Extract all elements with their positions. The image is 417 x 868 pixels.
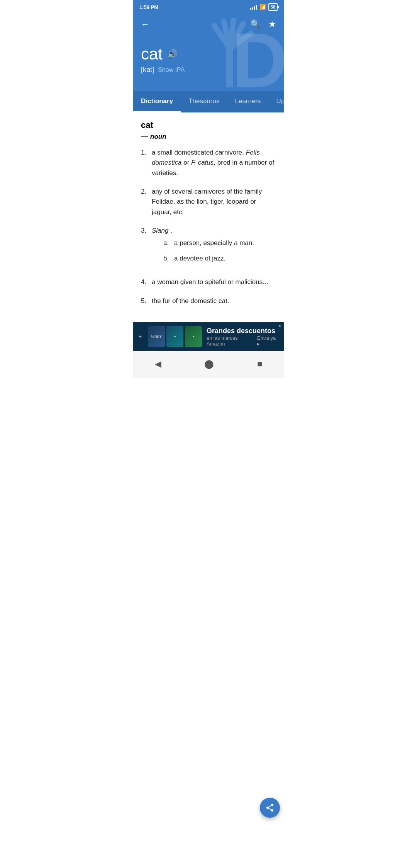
status-bar: 1:59 PM 📶 58 xyxy=(133,0,284,14)
entry-word: cat xyxy=(141,120,276,130)
pos-dash: — xyxy=(141,133,148,141)
definition-2: 2. any of several carnivores of the fami… xyxy=(141,187,276,217)
phonetic: [kat] xyxy=(141,66,154,74)
definition-4: 4. a woman given to spiteful or maliciou… xyxy=(141,277,276,287)
battery-icon: 58 xyxy=(268,3,278,11)
definition-5: 5. the fur of the domestic cat. xyxy=(141,296,276,306)
sub-def-3a: a. a person, especially a man. xyxy=(152,238,276,248)
wifi-icon: 📶 xyxy=(259,4,266,10)
ad-subtitle: en las marcas Amazon xyxy=(207,335,254,347)
ad-product-3: ■ xyxy=(185,326,202,347)
def-number-3: 3. xyxy=(141,226,148,269)
hero-header: D ← 🔍 ★ cat 🔊 [kat] Show IPA xyxy=(133,14,284,91)
definition-1: 1. a small domesticated carnivore, Felis… xyxy=(141,148,276,178)
nav-row: ← 🔍 ★ xyxy=(141,19,276,29)
def-text-5: the fur of the domestic cat. xyxy=(152,296,276,306)
ad-title: Grandes descuentos xyxy=(207,327,278,335)
back-icon[interactable]: ← xyxy=(141,19,149,29)
dictionary-content: cat — noun 1. a small domesticated carni… xyxy=(133,112,284,318)
tab-bar: Dictionary Thesaurus Learners Upgr... xyxy=(133,91,284,112)
ad-banner[interactable]: + WHEY ■ ■ Grandes descuentos en las mar… xyxy=(133,322,284,351)
pos-text: noun xyxy=(150,133,166,141)
status-time: 1:59 PM xyxy=(139,4,158,10)
tab-thesaurus[interactable]: Thesaurus xyxy=(181,91,227,112)
nav-right: 🔍 ★ xyxy=(250,19,276,29)
ad-cta[interactable]: Entra ya ▸ xyxy=(257,335,278,347)
ad-product-1: WHEY xyxy=(148,326,165,347)
def-number-1: 1. xyxy=(141,148,148,178)
def-text-4: a woman given to spiteful or malicious..… xyxy=(152,277,276,287)
home-nav-button[interactable]: ⬤ xyxy=(197,357,222,371)
bottom-nav: ◀ ⬤ ■ xyxy=(133,351,284,378)
ad-info-icon[interactable]: ▶ xyxy=(279,324,281,328)
ad-product-2: ■ xyxy=(166,326,183,347)
sound-icon[interactable]: 🔊 xyxy=(167,49,178,59)
def-number-2: 2. xyxy=(141,187,148,217)
signal-icon xyxy=(250,4,257,10)
definition-3: 3. Slang . a. a person, especially a man… xyxy=(141,226,276,269)
back-nav-button[interactable]: ◀ xyxy=(147,357,169,371)
pos-line: — noun xyxy=(141,133,276,141)
def-number-4: 4. xyxy=(141,277,148,287)
def-text-1: a small domesticated carnivore, Felis do… xyxy=(152,148,276,178)
status-icons: 📶 58 xyxy=(250,3,278,11)
main-word: cat xyxy=(141,45,163,63)
sub-letter-a: a. xyxy=(163,238,171,248)
recents-nav-button[interactable]: ■ xyxy=(249,357,270,371)
search-icon[interactable]: 🔍 xyxy=(250,19,261,29)
tab-dictionary[interactable]: Dictionary xyxy=(133,91,181,112)
sub-letter-b: b. xyxy=(163,254,171,264)
ad-images: WHEY ■ ■ xyxy=(148,326,202,347)
ad-plus: + xyxy=(139,334,142,340)
sub-text-a: a person, especially a man. xyxy=(174,238,254,248)
def-number-5: 5. xyxy=(141,296,148,306)
def-text-2: any of several carnivores of the family … xyxy=(152,187,276,217)
sub-definitions-3: a. a person, especially a man. b. a devo… xyxy=(152,238,276,263)
star-icon[interactable]: ★ xyxy=(268,19,276,29)
nav-left: ← xyxy=(141,19,149,29)
ad-text: Grandes descuentos en las marcas Amazon … xyxy=(207,327,278,347)
pronunciation-row: [kat] Show IPA xyxy=(141,66,276,74)
show-ipa-link[interactable]: Show IPA xyxy=(158,66,185,73)
definitions-list: 1. a small domesticated carnivore, Felis… xyxy=(141,148,276,306)
word-title-row: cat 🔊 xyxy=(141,45,276,63)
tab-upgrade[interactable]: Upgr... xyxy=(269,91,284,112)
ad-banner-wrapper[interactable]: + WHEY ■ ■ Grandes descuentos en las mar… xyxy=(133,322,284,351)
tab-learners[interactable]: Learners xyxy=(227,91,268,112)
def-text-3: Slang . a. a person, especially a man. b… xyxy=(152,226,276,269)
sub-text-b: a devotee of jazz. xyxy=(174,254,225,264)
sub-def-3b: b. a devotee of jazz. xyxy=(152,254,276,264)
